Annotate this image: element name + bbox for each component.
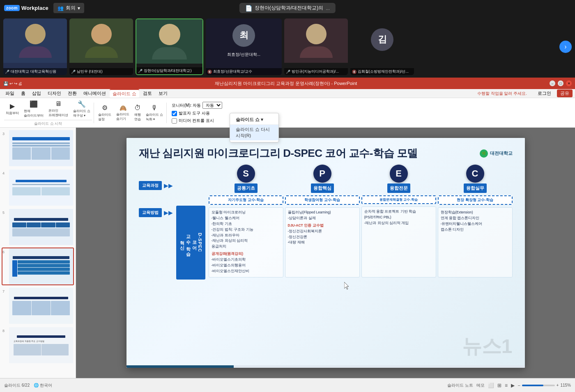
notes-label[interactable]: 슬라이드 노트 bbox=[447, 383, 473, 388]
label-row-2: 교육방법 ▶▶ bbox=[139, 208, 173, 217]
ppt-body: 3 4 bbox=[0, 128, 575, 378]
meeting-tab-title: 장현아(상담학과/대전대학교)의 bbox=[255, 5, 323, 11]
arrow-2: ▶▶ bbox=[164, 209, 173, 216]
slide-canvas: 재난 심리지원 마이크로디그리 D-SPEC 코어 교수-학습 모델 🌿 대전대… bbox=[126, 138, 525, 368]
view-slideshow-icon[interactable]: ▶ bbox=[511, 383, 515, 388]
toolbar-from-beginning[interactable]: ▶ 처음부터 bbox=[4, 101, 21, 116]
login-button[interactable]: 로그인 bbox=[535, 89, 554, 97]
people-icon: 👥 bbox=[58, 5, 64, 11]
label-row-1: 교육과정 ▶▶ bbox=[139, 181, 173, 190]
menu-slideshow[interactable]: 슬라이드 쇼 bbox=[110, 89, 139, 98]
view-reading-icon[interactable]: ≡ bbox=[505, 383, 508, 388]
toolbar-hide-slide[interactable]: 🙈 슬라이드숨기기 bbox=[115, 104, 131, 122]
ppt-toolbar: ▶ 처음부터 ⬛ 현재슬라이드부터 🖥 온라인프레젠테이션 🔧 슬라이드 쇼재구… bbox=[0, 98, 575, 128]
toolbar-from-current[interactable]: ⬛ 현재슬라이드부터 bbox=[22, 99, 45, 119]
media-controls-checkbox[interactable] bbox=[172, 118, 177, 124]
spec-col-s: S 공통기초 자기주도형 교수-학습 모듈형 마이크로러닝 -웰니스 웰스케어 … bbox=[209, 165, 283, 277]
slide-panel: 3 4 bbox=[0, 128, 76, 378]
spec-title-c: 융합실무 bbox=[464, 183, 487, 193]
video-tile-1[interactable]: 🎤 대전대학교 대학교육혁신원 bbox=[3, 18, 67, 75]
zoom-level-label[interactable]: 115% bbox=[560, 383, 571, 387]
slide-progress-bar bbox=[126, 365, 525, 368]
slide-thumb-6-selected[interactable]: 6 bbox=[2, 248, 74, 285]
participant-name-4: 🔇 최효정/선문대학교/교수 bbox=[206, 68, 282, 75]
presenter-tool-checkbox[interactable] bbox=[172, 111, 177, 116]
video-nav-next-button[interactable]: › bbox=[559, 41, 572, 53]
view-normal-icon[interactable]: ⬜ bbox=[488, 383, 494, 388]
avatar-4: 최 bbox=[232, 24, 255, 47]
participant-name-6: 🔇 김회철(소방방재안전학과)/선... bbox=[350, 68, 414, 75]
spec-content-c: 현장학습(Extension) 연계 융합 캡스톤디자인 -유멘터치웰니스웰스케… bbox=[438, 207, 513, 277]
toolbar-rehearse[interactable]: ⏱ 예행연습 bbox=[133, 103, 143, 122]
university-icon: 🌿 bbox=[480, 149, 488, 158]
menu-share-notice[interactable]: 수행할 작업을 알려 주세요. bbox=[474, 90, 530, 97]
spec-letter-e: E bbox=[390, 165, 408, 183]
spec-col-c: C 융합실무 현장 확장형 교수-학습 현장학습(Extension) 연계 융… bbox=[438, 165, 513, 277]
minimize-button[interactable]: – bbox=[550, 80, 555, 86]
menu-file[interactable]: 파일 bbox=[2, 89, 17, 97]
file-icon: 📄 bbox=[245, 5, 252, 11]
meeting-tab-more-icon[interactable]: ... bbox=[326, 5, 330, 11]
mic-icon-4: 🔇 bbox=[207, 70, 212, 74]
participant-name-5: 🎤 방인규(지능미디어공학과)/... bbox=[284, 68, 348, 75]
toolbar-slide-setup[interactable]: ⚙ 슬라이드설정 bbox=[97, 103, 113, 122]
slide-thumb-3[interactable]: 3 bbox=[2, 129, 74, 167]
zoom-plus-button[interactable]: + bbox=[557, 383, 559, 387]
zoom-minus-button[interactable]: – bbox=[518, 383, 520, 387]
language-label: 한국어 bbox=[40, 383, 52, 387]
menu-transition[interactable]: 전환 bbox=[65, 89, 80, 97]
view-slide-icon[interactable]: ⊞ bbox=[497, 383, 501, 388]
workplace-label: Workplace bbox=[21, 5, 48, 11]
slide-container: 재난 심리지원 마이크로디그리 D-SPEC 코어 교수-학습 모델 🌿 대전대… bbox=[76, 128, 575, 378]
video-tile-6[interactable]: 김 🔇 김회철(소방방재안전학과)/선... bbox=[350, 18, 414, 75]
meeting-tab[interactable]: 📄 장현아(상담학과/대전대학교)의 ... bbox=[239, 3, 336, 13]
mic-icon-2: 🎤 bbox=[71, 70, 76, 74]
menu-review[interactable]: 검토 bbox=[140, 89, 155, 97]
close-button[interactable]: ✕ bbox=[566, 80, 572, 86]
slideshow-tooltip: 슬라이드 쇼 ▾ 슬라이드 쇼 다시 시작(R) bbox=[230, 113, 279, 142]
meeting-button[interactable]: 👥 회의 ▾ bbox=[53, 3, 84, 13]
spec-content-s: 모듈형 마이크로러닝 -웰니스 웰스케어 -한의학 기초 -건강의 법칙: 구조… bbox=[209, 207, 283, 277]
spec-columns: S 공통기초 자기주도형 교수-학습 모듈형 마이크로러닝 -웰니스 웰스케어 … bbox=[209, 165, 513, 277]
video-tile-4[interactable]: 최 최효정/선문대학... 🔇 최효정/선문대학교/교수 bbox=[206, 18, 282, 75]
toolbar-custom-show[interactable]: 🔧 슬라이드 쇼재구성 ▾ bbox=[71, 99, 92, 119]
slide-thumb-7[interactable]: 7 bbox=[2, 287, 74, 325]
main-slide-area: 재난 심리지원 마이크로디그리 D-SPEC 코어 교수-학습 모델 🌿 대전대… bbox=[76, 128, 575, 378]
language-icon: 🌐 bbox=[34, 383, 39, 387]
toolbar-group-setup: ⚙ 슬라이드설정 🙈 슬라이드숨기기 ⏱ 예행연습 🎙 슬라이드 쇼녹화 ▾ bbox=[95, 103, 167, 123]
menu-design[interactable]: 디자인 bbox=[45, 89, 64, 97]
toolbar-record-show[interactable]: 🎙 슬라이드 쇼녹화 ▾ bbox=[144, 103, 165, 122]
slide-thumb-4[interactable]: 4 bbox=[2, 169, 74, 206]
participant-label-4: 최효정/선문대학... bbox=[227, 52, 260, 57]
participant-name-1: 🎤 대전대학교 대학교육혁신원 bbox=[3, 68, 67, 75]
zoom-brand-icon: zoom bbox=[4, 5, 20, 11]
menu-home[interactable]: 홈 bbox=[18, 89, 28, 97]
menu-insert[interactable]: 삽입 bbox=[29, 89, 44, 97]
status-bar: 슬라이드 6/22 🌐 한국어 슬라이드 노트 메모 ⬜ ⊞ ≡ ▶ – + 1… bbox=[0, 378, 575, 392]
spec-subtitle-p: 학생참여형 교수-학습 bbox=[285, 195, 360, 205]
video-tile-5[interactable]: 🎤 방인규(지능미디어공학과)/... bbox=[284, 18, 348, 75]
maximize-button[interactable]: □ bbox=[558, 80, 564, 86]
mic-icon-1: 🎤 bbox=[5, 70, 9, 74]
menu-animation[interactable]: 애니메이션 bbox=[80, 89, 109, 97]
slide-thumb-8[interactable]: 8 교육과정에 적용한 주요 교수방법 bbox=[2, 326, 74, 364]
slide-thumb-5[interactable]: 5 bbox=[2, 208, 74, 246]
tooltip-restart[interactable]: 슬라이드 쇼 다시 시작(R) bbox=[230, 125, 278, 140]
chevron-down-icon: ▾ bbox=[78, 5, 80, 11]
university-name: 대전대학교 bbox=[490, 150, 513, 156]
dspec-label: D-SPEC코어교수-학습혁신 bbox=[176, 206, 205, 280]
tooltip-title: 슬라이드 쇼 ▾ bbox=[230, 115, 278, 125]
spec-letter-s: S bbox=[237, 165, 255, 183]
video-tile-3-active[interactable]: 🎤 장현아(상담학과/대전대학교) bbox=[136, 18, 203, 75]
mic-icon-6: 🔇 bbox=[352, 70, 356, 74]
video-tile-2[interactable]: 🎤 남민우 (대전대) bbox=[69, 18, 133, 75]
share-button[interactable]: 공유 bbox=[557, 89, 573, 97]
menu-view[interactable]: 보기 bbox=[156, 89, 170, 97]
spec-col-e: E 융합전문 융합문제해결형 교수-학습 순차적 융합 프로젝트 기반 학습 (… bbox=[361, 165, 436, 277]
ppt-title-bar: 💾 ↩ ↪ 🖨 재난심리지원 마이크로디그리 교육과정 운영사례(장현아) - … bbox=[0, 78, 575, 89]
mic-icon-3: 🎤 bbox=[138, 69, 143, 73]
comments-label[interactable]: 메모 bbox=[476, 383, 485, 388]
monitor-select[interactable]: 자동 bbox=[202, 102, 222, 109]
slide-title: 재난 심리지원 마이크로디그리 D-SPEC 코어 교수-학습 모델 bbox=[139, 146, 418, 160]
toolbar-online-pres[interactable]: 🖥 온라인프레젠테이션 bbox=[47, 99, 70, 118]
